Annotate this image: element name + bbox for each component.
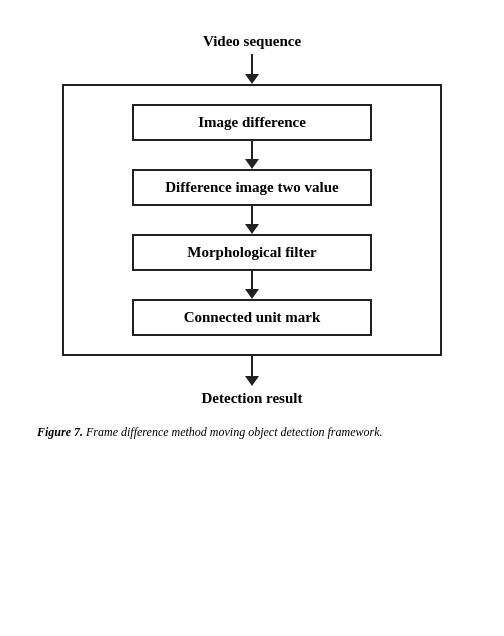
arrow-head-1 xyxy=(245,159,259,169)
box-difference-image-two-value: Difference image two value xyxy=(132,169,372,206)
page-container: Video sequence Image difference Differen… xyxy=(12,13,492,623)
arrow-head-3 xyxy=(245,289,259,299)
arrow-head-2 xyxy=(245,224,259,234)
box-connected-unit-mark: Connected unit mark xyxy=(132,299,372,336)
arrow-1 xyxy=(245,141,259,169)
arrow-line-3 xyxy=(251,271,253,289)
arrow-head-bottom xyxy=(245,376,259,386)
arrow-line-2 xyxy=(251,206,253,224)
arrow-head-top xyxy=(245,74,259,84)
arrow-out-of-outer-box xyxy=(245,356,259,386)
figure-label: Figure 7. xyxy=(37,425,83,439)
arrow-3 xyxy=(245,271,259,299)
outer-box: Image difference Difference image two va… xyxy=(62,84,442,356)
arrow-line-bottom xyxy=(251,356,253,376)
box-morphological-filter: Morphological filter xyxy=(132,234,372,271)
top-label: Video sequence xyxy=(203,33,301,50)
arrow-line-top xyxy=(251,54,253,74)
figure-caption: Figure 7. Frame difference method moving… xyxy=(37,423,467,441)
caption-text: Frame difference method moving object de… xyxy=(86,425,382,439)
bottom-label: Detection result xyxy=(202,390,303,407)
arrow-2 xyxy=(245,206,259,234)
box-image-difference: Image difference xyxy=(132,104,372,141)
arrow-into-outer-box xyxy=(245,54,259,84)
arrow-line-1 xyxy=(251,141,253,159)
